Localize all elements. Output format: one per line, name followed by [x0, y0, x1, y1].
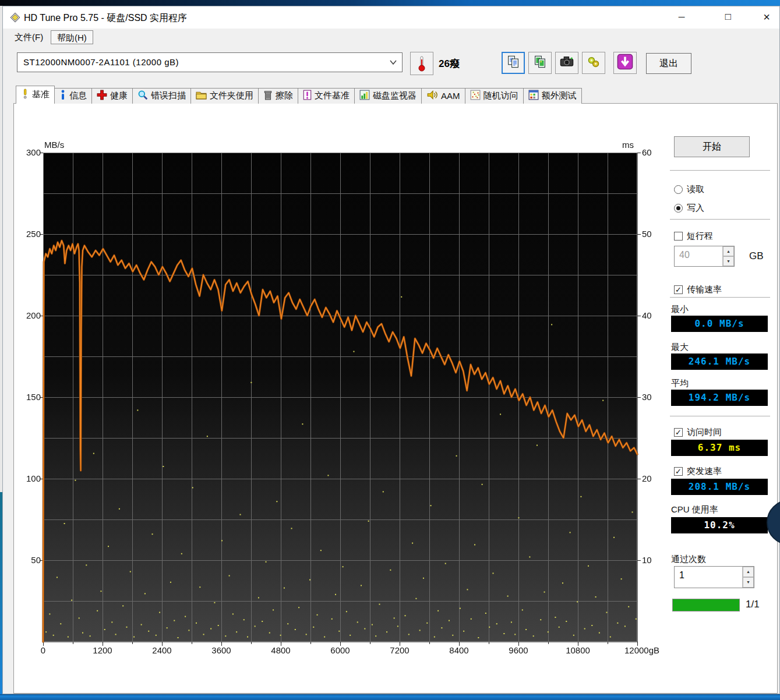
- menu-file[interactable]: 文件(F): [9, 30, 49, 44]
- tab-label: 额外测试: [542, 90, 577, 101]
- avg-value-display: 194.2 MB/s: [671, 390, 768, 406]
- pass-count-spinner[interactable]: 1 ▲▼: [674, 566, 754, 588]
- x-tick: 7200: [390, 645, 409, 655]
- x-tick: 4800: [271, 645, 290, 655]
- x-tick: 0: [41, 645, 45, 655]
- short-stroke-value: 40: [675, 246, 722, 266]
- write-radio-row[interactable]: 写入: [674, 203, 704, 214]
- x-tick: 10800: [566, 645, 590, 655]
- temperature-value: 26癈: [439, 57, 460, 70]
- tab-label: 磁盘监视器: [373, 90, 417, 101]
- tab-scan[interactable]: 错误扫描: [132, 88, 191, 104]
- short-stroke-row[interactable]: 短行程: [674, 231, 713, 242]
- access-time-row[interactable]: ✓ 访问时间: [674, 427, 722, 438]
- tab-label: 错误扫描: [151, 90, 186, 101]
- screenshot-button[interactable]: [555, 52, 578, 74]
- read-radio-row[interactable]: 读取: [674, 184, 704, 195]
- download-button[interactable]: [613, 52, 637, 74]
- access-time-display: 6.37 ms: [671, 440, 768, 456]
- transfer-rate-checkbox[interactable]: ✓: [674, 285, 683, 294]
- progress-label: 1/1: [746, 599, 760, 610]
- y-left-axis-title: MB/s: [44, 140, 64, 150]
- chevron-down-icon: [389, 59, 397, 65]
- menu-help[interactable]: 帮助(H): [51, 30, 93, 44]
- maximize-button[interactable]: □: [715, 8, 742, 26]
- exit-button[interactable]: 退出: [646, 53, 691, 74]
- x-tick: 2400: [152, 645, 171, 655]
- x-tick: 12000gB: [624, 645, 659, 655]
- window-title: HD Tune Pro 5.75 - 硬盘/SSD 实用程序: [24, 12, 187, 24]
- tab-speaker[interactable]: AAM: [421, 88, 465, 104]
- read-radio[interactable]: [674, 185, 683, 194]
- copy-icon: [506, 55, 520, 71]
- tab-random[interactable]: 随机访问: [465, 88, 524, 104]
- download-icon: [617, 54, 633, 72]
- tab-exclaim[interactable]: 基准: [16, 86, 55, 104]
- start-button[interactable]: 开始: [674, 136, 750, 157]
- tab-label: AAM: [441, 91, 460, 101]
- progress-fill: [673, 599, 739, 611]
- tab-filebench[interactable]: 文件基准: [298, 88, 355, 104]
- tab-erase[interactable]: 擦除: [258, 88, 298, 104]
- tab-label: 随机访问: [483, 90, 518, 101]
- desktop-strip-top: [0, 0, 780, 6]
- benchmark-chart-canvas: [35, 147, 645, 652]
- tab-bar: 基准信息健康错误扫描文件夹使用擦除文件基准磁盘监视器AAM随机访问额外测试: [16, 86, 581, 104]
- close-button[interactable]: ×: [753, 8, 780, 26]
- min-label: 最小: [671, 304, 689, 315]
- burst-rate-row[interactable]: ✓ 突发速率: [674, 466, 722, 477]
- y-left-tick: 150: [14, 392, 41, 402]
- health-icon: [97, 90, 107, 102]
- avg-label: 平均: [671, 378, 689, 389]
- x-tick: 9600: [509, 645, 528, 655]
- short-stroke-spinner[interactable]: 40 ▲▼: [674, 246, 735, 267]
- tab-folder[interactable]: 文件夹使用: [190, 88, 259, 104]
- pass-count-value: 1: [675, 567, 742, 588]
- separator: [670, 297, 770, 298]
- short-stroke-checkbox[interactable]: [674, 232, 683, 241]
- app-icon: [10, 12, 20, 25]
- y-left-tick: 100: [14, 473, 41, 483]
- spin-down-icon[interactable]: ▼: [743, 577, 754, 588]
- y-left-tick: 250: [14, 229, 41, 239]
- tab-label: 基准: [32, 89, 50, 100]
- write-radio-label: 写入: [687, 203, 704, 214]
- progress-bar: [672, 599, 740, 611]
- write-radio[interactable]: [674, 204, 683, 213]
- separator: [670, 416, 770, 416]
- tab-monitor[interactable]: 磁盘监视器: [354, 88, 422, 104]
- cpu-usage-label: CPU 使用率: [671, 504, 718, 515]
- tab-health[interactable]: 健康: [91, 88, 133, 104]
- tab-label: 擦除: [276, 90, 293, 101]
- donate-button[interactable]: [582, 52, 605, 74]
- tab-info[interactable]: 信息: [54, 88, 92, 104]
- spin-up-icon[interactable]: ▲: [743, 567, 754, 577]
- y-right-tick: 30: [642, 392, 665, 402]
- spin-down-icon[interactable]: ▼: [723, 256, 734, 266]
- read-radio-label: 读取: [687, 184, 704, 195]
- y-right-axis-title: ms: [622, 140, 634, 150]
- copy-image-button[interactable]: [528, 52, 552, 74]
- y-left-tick: 50: [14, 555, 41, 565]
- drive-selector[interactable]: ST12000NM0007-2A1101 (12000 gB): [17, 52, 403, 72]
- x-tick: 3600: [211, 645, 231, 655]
- transfer-rate-row[interactable]: ✓ 传输速率: [674, 284, 722, 295]
- tab-extra[interactable]: 额外测试: [523, 88, 582, 104]
- burst-rate-checkbox[interactable]: ✓: [674, 467, 683, 476]
- random-icon: [470, 90, 481, 102]
- info-icon: [59, 90, 66, 102]
- scan-icon: [137, 90, 148, 102]
- y-left-tick: 200: [14, 310, 41, 320]
- access-time-checkbox[interactable]: ✓: [674, 428, 683, 437]
- x-tick: 6000: [330, 645, 350, 655]
- y-right-tick: 40: [642, 310, 665, 320]
- temperature-button[interactable]: [410, 52, 433, 75]
- copy-text-button[interactable]: [502, 52, 525, 74]
- minimize-button[interactable]: ─: [668, 8, 695, 26]
- filebench-icon: [303, 90, 312, 102]
- monitor-icon: [359, 90, 370, 102]
- spin-up-icon[interactable]: ▲: [723, 246, 734, 256]
- separator: [670, 219, 770, 220]
- access-time-label: 访问时间: [687, 427, 722, 438]
- extra-icon: [528, 90, 539, 102]
